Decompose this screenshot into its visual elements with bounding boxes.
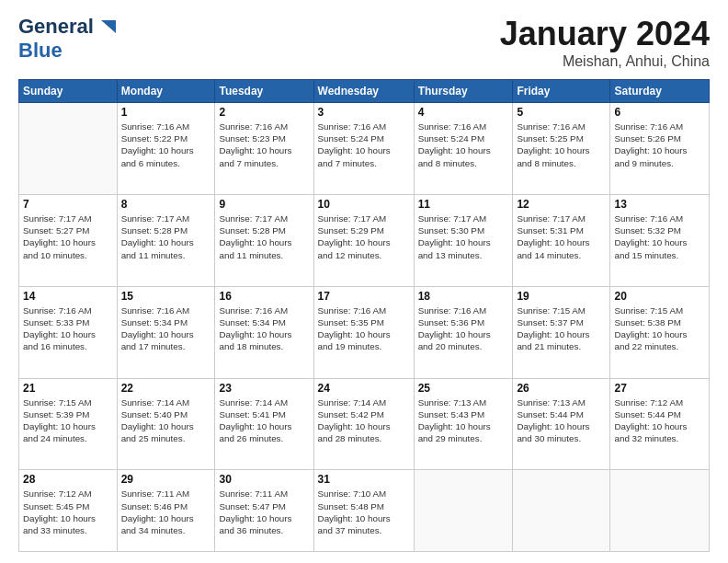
day-number: 23 — [219, 382, 309, 395]
day-number: 15 — [121, 290, 211, 303]
calendar-cell — [610, 470, 710, 552]
day-info: Sunrise: 7:15 AMSunset: 5:37 PMDaylight:… — [517, 304, 606, 353]
calendar-cell: 17Sunrise: 7:16 AMSunset: 5:35 PMDayligh… — [313, 286, 414, 378]
calendar-cell: 18Sunrise: 7:16 AMSunset: 5:36 PMDayligh… — [414, 286, 513, 378]
day-number: 14 — [23, 290, 113, 303]
day-info: Sunrise: 7:10 AMSunset: 5:48 PMDaylight:… — [318, 488, 410, 536]
calendar-title: January 2024 — [500, 15, 710, 53]
day-info: Sunrise: 7:14 AMSunset: 5:40 PMDaylight:… — [121, 396, 211, 445]
calendar-cell: 28Sunrise: 7:12 AMSunset: 5:45 PMDayligh… — [19, 470, 118, 552]
calendar-subtitle: Meishan, Anhui, China — [500, 53, 710, 70]
day-number: 11 — [418, 198, 509, 211]
day-number: 21 — [23, 382, 113, 395]
calendar-cell: 30Sunrise: 7:11 AMSunset: 5:47 PMDayligh… — [215, 470, 313, 552]
day-info: Sunrise: 7:15 AMSunset: 5:38 PMDaylight:… — [614, 304, 705, 353]
day-number: 5 — [517, 106, 606, 119]
calendar-cell — [414, 470, 513, 552]
day-info: Sunrise: 7:17 AMSunset: 5:30 PMDaylight:… — [418, 213, 509, 261]
day-number: 17 — [318, 290, 410, 303]
calendar-cell: 12Sunrise: 7:17 AMSunset: 5:31 PMDayligh… — [513, 194, 610, 286]
day-number: 18 — [418, 290, 509, 303]
calendar-cell: 6Sunrise: 7:16 AMSunset: 5:26 PMDaylight… — [610, 103, 710, 195]
day-info: Sunrise: 7:15 AMSunset: 5:39 PMDaylight:… — [23, 396, 113, 445]
calendar-cell: 22Sunrise: 7:14 AMSunset: 5:40 PMDayligh… — [117, 378, 215, 470]
calendar-cell: 9Sunrise: 7:17 AMSunset: 5:28 PMDaylight… — [215, 194, 313, 286]
day-info: Sunrise: 7:17 AMSunset: 5:29 PMDaylight:… — [318, 213, 410, 261]
day-number: 24 — [318, 382, 410, 395]
day-number: 22 — [121, 382, 211, 395]
day-number: 10 — [318, 198, 410, 211]
header: General Blue January 2024 Meishan, Anhui… — [18, 15, 710, 70]
week-row-1: 1Sunrise: 7:16 AMSunset: 5:22 PMDaylight… — [19, 103, 710, 195]
day-info: Sunrise: 7:13 AMSunset: 5:43 PMDaylight:… — [418, 396, 509, 445]
calendar-cell: 8Sunrise: 7:17 AMSunset: 5:28 PMDaylight… — [117, 194, 215, 286]
day-info: Sunrise: 7:16 AMSunset: 5:33 PMDaylight:… — [23, 304, 113, 353]
day-number: 16 — [219, 290, 309, 303]
calendar-cell: 3Sunrise: 7:16 AMSunset: 5:24 PMDaylight… — [313, 103, 414, 195]
calendar-cell: 10Sunrise: 7:17 AMSunset: 5:29 PMDayligh… — [313, 194, 414, 286]
calendar-header-row: Sunday Monday Tuesday Wednesday Thursday… — [19, 80, 710, 103]
logo-general: General — [18, 15, 94, 39]
calendar-cell: 14Sunrise: 7:16 AMSunset: 5:33 PMDayligh… — [19, 286, 118, 378]
day-number: 1 — [121, 106, 211, 119]
calendar-cell: 25Sunrise: 7:13 AMSunset: 5:43 PMDayligh… — [414, 378, 513, 470]
day-number: 4 — [418, 106, 509, 119]
calendar-cell: 19Sunrise: 7:15 AMSunset: 5:37 PMDayligh… — [513, 286, 610, 378]
calendar-cell: 5Sunrise: 7:16 AMSunset: 5:25 PMDaylight… — [513, 103, 610, 195]
calendar-cell: 23Sunrise: 7:14 AMSunset: 5:41 PMDayligh… — [215, 378, 313, 470]
calendar-cell: 20Sunrise: 7:15 AMSunset: 5:38 PMDayligh… — [610, 286, 710, 378]
calendar-cell: 11Sunrise: 7:17 AMSunset: 5:30 PMDayligh… — [414, 194, 513, 286]
day-info: Sunrise: 7:16 AMSunset: 5:35 PMDaylight:… — [318, 304, 410, 353]
logo-icon — [96, 17, 116, 37]
calendar-cell — [513, 470, 610, 552]
day-number: 30 — [219, 473, 309, 486]
day-info: Sunrise: 7:16 AMSunset: 5:24 PMDaylight:… — [318, 121, 410, 169]
day-info: Sunrise: 7:16 AMSunset: 5:34 PMDaylight:… — [121, 304, 211, 353]
calendar-cell: 26Sunrise: 7:13 AMSunset: 5:44 PMDayligh… — [513, 378, 610, 470]
calendar-cell: 4Sunrise: 7:16 AMSunset: 5:24 PMDaylight… — [414, 103, 513, 195]
day-number: 31 — [318, 473, 410, 486]
calendar-cell: 7Sunrise: 7:17 AMSunset: 5:27 PMDaylight… — [19, 194, 118, 286]
day-info: Sunrise: 7:16 AMSunset: 5:24 PMDaylight:… — [418, 121, 509, 169]
day-info: Sunrise: 7:16 AMSunset: 5:23 PMDaylight:… — [219, 121, 309, 169]
day-info: Sunrise: 7:11 AMSunset: 5:46 PMDaylight:… — [121, 488, 211, 536]
day-number: 29 — [121, 473, 211, 486]
calendar-cell: 1Sunrise: 7:16 AMSunset: 5:22 PMDaylight… — [117, 103, 215, 195]
col-thursday: Thursday — [414, 80, 513, 103]
day-info: Sunrise: 7:17 AMSunset: 5:28 PMDaylight:… — [219, 213, 309, 261]
calendar-table: Sunday Monday Tuesday Wednesday Thursday… — [18, 79, 710, 552]
day-info: Sunrise: 7:14 AMSunset: 5:41 PMDaylight:… — [219, 396, 309, 445]
day-info: Sunrise: 7:16 AMSunset: 5:34 PMDaylight:… — [219, 304, 309, 353]
col-monday: Monday — [117, 80, 215, 103]
calendar-cell: 31Sunrise: 7:10 AMSunset: 5:48 PMDayligh… — [313, 470, 414, 552]
calendar-cell: 27Sunrise: 7:12 AMSunset: 5:44 PMDayligh… — [610, 378, 710, 470]
week-row-2: 7Sunrise: 7:17 AMSunset: 5:27 PMDaylight… — [19, 194, 710, 286]
day-number: 20 — [614, 290, 705, 303]
day-number: 6 — [614, 106, 705, 119]
day-number: 27 — [614, 382, 705, 395]
logo-blue: Blue — [18, 39, 63, 62]
day-info: Sunrise: 7:16 AMSunset: 5:36 PMDaylight:… — [418, 304, 509, 353]
day-info: Sunrise: 7:17 AMSunset: 5:27 PMDaylight:… — [23, 213, 113, 261]
day-number: 26 — [517, 382, 606, 395]
logo: General Blue — [18, 15, 116, 63]
col-wednesday: Wednesday — [313, 80, 414, 103]
day-number: 28 — [23, 473, 113, 486]
day-number: 25 — [418, 382, 509, 395]
calendar-cell: 21Sunrise: 7:15 AMSunset: 5:39 PMDayligh… — [19, 378, 118, 470]
day-info: Sunrise: 7:12 AMSunset: 5:44 PMDaylight:… — [614, 396, 705, 445]
day-info: Sunrise: 7:17 AMSunset: 5:31 PMDaylight:… — [517, 213, 606, 261]
calendar-cell: 29Sunrise: 7:11 AMSunset: 5:46 PMDayligh… — [117, 470, 215, 552]
day-number: 12 — [517, 198, 606, 211]
day-info: Sunrise: 7:16 AMSunset: 5:26 PMDaylight:… — [614, 121, 705, 169]
day-info: Sunrise: 7:14 AMSunset: 5:42 PMDaylight:… — [318, 396, 410, 445]
day-number: 3 — [318, 106, 410, 119]
week-row-4: 21Sunrise: 7:15 AMSunset: 5:39 PMDayligh… — [19, 378, 710, 470]
col-sunday: Sunday — [19, 80, 118, 103]
day-number: 19 — [517, 290, 606, 303]
svg-marker-0 — [101, 20, 116, 33]
week-row-3: 14Sunrise: 7:16 AMSunset: 5:33 PMDayligh… — [19, 286, 710, 378]
day-number: 7 — [23, 198, 113, 211]
col-saturday: Saturday — [610, 80, 710, 103]
day-info: Sunrise: 7:13 AMSunset: 5:44 PMDaylight:… — [517, 396, 606, 445]
